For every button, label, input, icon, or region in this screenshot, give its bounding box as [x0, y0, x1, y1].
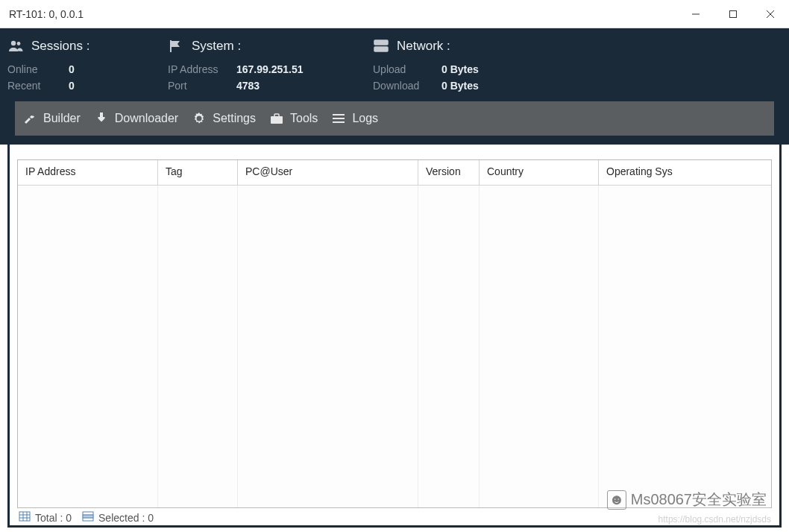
close-button[interactable]: [752, 0, 789, 28]
downloader-label: Downloader: [115, 112, 178, 125]
maximize-button[interactable]: [714, 0, 752, 28]
svg-point-4: [11, 41, 16, 45]
hammer-icon: [22, 112, 37, 125]
svg-point-9: [377, 42, 378, 43]
grid-icon: [19, 511, 31, 524]
svg-point-10: [377, 48, 378, 50]
settings-label: Settings: [213, 112, 256, 125]
ip-value: 167.99.251.51: [236, 61, 304, 77]
port-value: 4783: [236, 77, 260, 94]
maximize-icon: [728, 9, 738, 19]
download-label: Download: [373, 77, 433, 94]
svg-point-5: [17, 42, 21, 45]
svg-rect-1: [730, 10, 737, 17]
download-icon: [94, 112, 109, 125]
grid-selected-icon: [82, 511, 94, 524]
table-body: [18, 186, 771, 507]
logs-label: Logs: [352, 112, 378, 125]
port-label: Port: [168, 77, 227, 94]
col-pcuser[interactable]: PC@User: [238, 160, 418, 186]
network-heading: Network :: [397, 39, 450, 54]
download-value: 0 Bytes: [441, 77, 479, 94]
flag-icon: [168, 39, 184, 53]
builder-label: Builder: [43, 112, 81, 125]
close-icon: [765, 9, 776, 19]
table-header: IP Address Tag PC@User Version Country O…: [18, 160, 771, 186]
sessions-block: Sessions : Online0 Recent0: [7, 39, 168, 94]
col-ip[interactable]: IP Address: [18, 160, 158, 186]
col-country[interactable]: Country: [480, 160, 599, 186]
toolbox-icon: [269, 113, 284, 124]
users-icon: [7, 39, 24, 53]
logs-button[interactable]: Logs: [331, 112, 378, 125]
online-value: 0: [69, 61, 75, 77]
upload-label: Upload: [373, 61, 433, 77]
builder-button[interactable]: Builder: [22, 112, 81, 125]
network-block: Network : Upload0 Bytes Download0 Bytes: [373, 39, 782, 94]
recent-label: Recent: [7, 77, 60, 94]
total-text: Total : 0: [35, 512, 72, 524]
sessions-table[interactable]: IP Address Tag PC@User Version Country O…: [17, 159, 772, 508]
tools-label: Tools: [290, 112, 318, 125]
svg-rect-24: [83, 515, 93, 518]
online-label: Online: [7, 61, 60, 77]
gear-icon: [192, 112, 207, 125]
toolbar: Builder Downloader Settings Tools Logs: [15, 101, 774, 136]
col-version[interactable]: Version: [418, 160, 480, 186]
col-os[interactable]: Operating Sys: [599, 160, 771, 186]
statusbar: Total : 0 Selected : 0: [17, 508, 772, 524]
system-block: System : IP Address167.99.251.51 Port478…: [168, 39, 373, 94]
status-total: Total : 0: [19, 511, 72, 524]
minimize-icon: [691, 9, 701, 19]
col-tag[interactable]: Tag: [158, 160, 238, 186]
svg-point-11: [198, 117, 201, 120]
status-selected: Selected : 0: [82, 511, 154, 524]
system-heading: System :: [192, 39, 241, 54]
info-panel: Sessions : Online0 Recent0 System : IP A…: [0, 28, 789, 145]
svg-rect-16: [19, 512, 30, 521]
downloader-button[interactable]: Downloader: [94, 112, 178, 125]
ip-label: IP Address: [168, 61, 227, 77]
upload-value: 0 Bytes: [441, 61, 479, 77]
recent-value: 0: [69, 77, 75, 94]
selected-text: Selected : 0: [98, 512, 154, 524]
window-controls: [677, 0, 789, 28]
window-title: RT-101: 0, 0.0.1: [9, 8, 84, 20]
tools-button[interactable]: Tools: [269, 112, 318, 125]
list-icon: [331, 113, 346, 124]
minimize-button[interactable]: [677, 0, 714, 28]
server-icon: [373, 39, 389, 53]
content-area: IP Address Tag PC@User Version Country O…: [7, 145, 782, 528]
settings-button[interactable]: Settings: [192, 112, 256, 125]
sessions-heading: Sessions :: [31, 39, 89, 54]
svg-rect-12: [271, 116, 283, 124]
titlebar: RT-101: 0, 0.0.1: [0, 0, 789, 28]
